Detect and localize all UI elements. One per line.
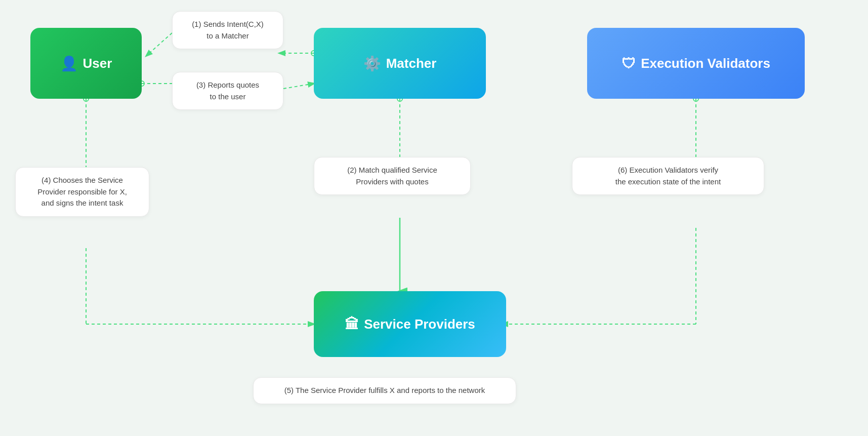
service-providers-node: 🏛 Service Providers [314,291,506,357]
execution-label: Execution Validators [641,56,770,71]
label-2-text: (2) Match qualified ServiceProviders wit… [347,166,437,186]
label-4-text: (4) Chooses the ServiceProvider responsi… [37,176,127,207]
svg-line-8 [283,84,314,89]
label-6-box: (6) Execution Validators verifythe execu… [572,157,764,195]
service-icon: 🏛 [345,316,359,333]
matcher-icon: ⚙️ [363,55,381,72]
user-node: 👤 User [30,28,142,99]
label-1-text: (1) Sends Intent(C,X)to a Matcher [192,20,264,40]
execution-node: 🛡 Execution Validators [587,28,805,99]
label-1-box: (1) Sends Intent(C,X)to a Matcher [172,11,283,49]
matcher-node: ⚙️ Matcher [314,28,486,99]
matcher-label: Matcher [386,56,437,71]
label-5-box: (5) The Service Provider fulfills X and … [253,377,516,404]
user-label: User [83,56,112,71]
execution-icon: 🛡 [622,55,636,72]
label-3-box: (3) Reports quotesto the user [172,72,283,110]
label-2-box: (2) Match qualified ServiceProviders wit… [314,157,471,195]
label-4-box: (4) Chooses the ServiceProvider responsi… [15,167,149,217]
label-6-text: (6) Execution Validators verifythe execu… [615,166,721,186]
diagram-container: 👤 User ⚙️ Matcher 🛡 Execution Validators… [0,0,868,436]
user-icon: 👤 [60,55,78,72]
label-3-text: (3) Reports quotesto the user [196,81,259,101]
service-providers-label: Service Providers [364,316,475,332]
svg-line-5 [149,33,172,53]
label-5-text: (5) The Service Provider fulfills X and … [284,386,485,394]
